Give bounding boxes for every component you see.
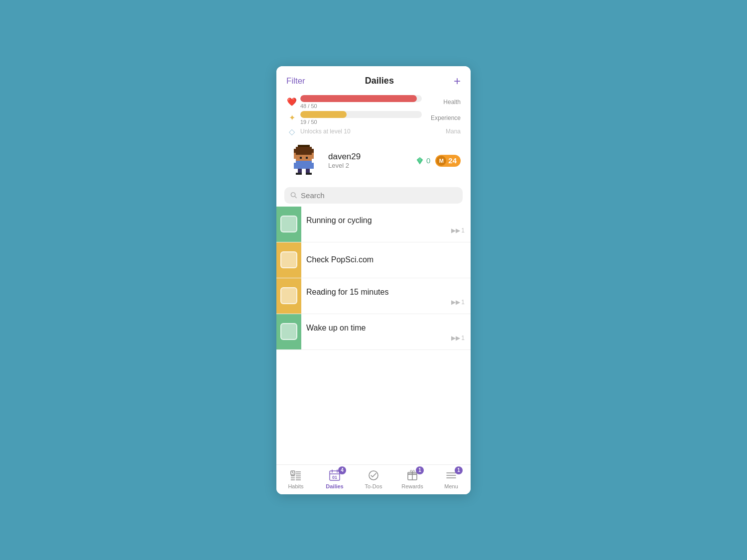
task-content: Wake up on time ▶▶ 1	[301, 314, 471, 349]
dailies-icon-wrap: 01 4	[327, 469, 342, 482]
todos-icon	[367, 469, 380, 481]
experience-label: Experience	[426, 114, 461, 121]
streak-count: 1	[461, 299, 465, 306]
habits-icon	[289, 469, 302, 481]
svg-line-24	[292, 472, 293, 473]
task-title: Wake up on time	[306, 324, 465, 333]
svg-line-19	[295, 196, 296, 198]
nav-item-habits[interactable]: Habits	[276, 469, 315, 489]
task-checkbox[interactable]	[280, 287, 297, 304]
dailies-badge: 4	[338, 466, 346, 474]
streak-count: 1	[461, 227, 465, 234]
habits-nav-label: Habits	[288, 483, 303, 489]
task-title: Reading for 15 minutes	[306, 288, 465, 297]
task-streak: ▶▶ 1	[306, 335, 465, 341]
experience-bar-background	[300, 111, 422, 118]
task-checkbox[interactable]	[280, 216, 297, 232]
streak-arrows: ▶▶	[451, 299, 460, 306]
svg-rect-0	[298, 145, 310, 147]
dailies-nav-label: Dailies	[326, 483, 343, 489]
task-content: Running or cycling ▶▶ 1	[301, 207, 471, 242]
experience-icon: ✦	[286, 113, 297, 122]
task-item[interactable]: Check PopSci.com	[276, 242, 471, 278]
svg-rect-1	[296, 147, 312, 155]
health-numbers: 48 / 50	[300, 103, 422, 109]
health-bar-fill	[300, 95, 417, 102]
menu-nav-label: Menu	[444, 483, 458, 489]
svg-rect-8	[306, 157, 308, 159]
mana-label: Mana	[426, 128, 461, 135]
search-section	[276, 183, 471, 207]
todos-icon-wrap	[366, 469, 381, 482]
task-checkbox[interactable]	[280, 323, 297, 340]
svg-rect-7	[300, 157, 302, 159]
health-icon: ❤️	[286, 97, 297, 107]
page-title: Dailies	[365, 76, 394, 86]
streak-count: 1	[461, 335, 465, 341]
task-content: Reading for 15 minutes ▶▶ 1	[301, 278, 471, 314]
streak-arrows: ▶▶	[451, 227, 460, 234]
svg-text:01: 01	[332, 475, 337, 480]
search-input-wrap[interactable]	[284, 187, 463, 204]
bottom-nav: Habits 01 4 Dailies	[276, 464, 471, 494]
svg-rect-15	[306, 173, 312, 175]
nav-item-dailies[interactable]: 01 4 Dailies	[315, 469, 354, 489]
nav-item-todos[interactable]: To-Dos	[354, 469, 393, 489]
menu-badge: 1	[455, 466, 463, 474]
mana-unlock-text: Unlocks at level 10	[300, 128, 422, 135]
streak-arrows: ▶▶	[451, 335, 460, 341]
svg-rect-10	[294, 163, 296, 169]
menu-icon-wrap: 1	[444, 469, 459, 482]
experience-stat-row: ✦ 19 / 50 Experience	[286, 111, 461, 125]
svg-rect-14	[296, 173, 302, 175]
task-item[interactable]: Reading for 15 minutes ▶▶ 1	[276, 278, 471, 314]
health-bar-background	[300, 95, 422, 102]
task-streak: ▶▶ 1	[306, 299, 465, 306]
task-list: Running or cycling ▶▶ 1 Check PopSci.com	[276, 207, 471, 464]
task-content: Check PopSci.com	[301, 242, 471, 278]
rewards-nav-label: Rewards	[401, 483, 423, 489]
task-item[interactable]: Running or cycling ▶▶ 1	[276, 207, 471, 242]
gem-badge: 0	[415, 156, 430, 165]
task-checkbox[interactable]	[280, 251, 297, 268]
experience-bar-wrap: 19 / 50	[300, 111, 422, 125]
gem-count: 0	[426, 156, 430, 165]
task-color-bar	[276, 278, 301, 314]
nav-item-menu[interactable]: 1 Menu	[432, 469, 471, 489]
rewards-icon-wrap: 1	[405, 469, 420, 482]
header: Filter Dailies +	[276, 66, 471, 92]
rewards-badge: 1	[416, 466, 424, 474]
task-item[interactable]: Wake up on time ▶▶ 1	[276, 314, 471, 350]
experience-bar-fill	[300, 111, 347, 118]
gold-m-icon: M	[436, 156, 446, 166]
stats-section: ❤️ 48 / 50 Health ✦ 19 / 50 Experience ◇	[276, 92, 471, 140]
character-level: Level 2	[328, 162, 415, 169]
mana-icon: ◇	[286, 127, 297, 136]
search-input[interactable]	[301, 191, 457, 200]
search-icon	[290, 192, 297, 199]
task-color-bar	[276, 242, 301, 278]
task-color-bar	[276, 207, 301, 242]
task-title: Check PopSci.com	[306, 255, 465, 264]
character-avatar	[286, 143, 321, 178]
task-color-bar	[276, 314, 301, 349]
character-name: daven29	[328, 152, 415, 162]
mana-row: ◇ Unlocks at level 10 Mana	[286, 127, 461, 136]
phone-container: Filter Dailies + ❤️ 48 / 50 Health ✦ 19 …	[276, 66, 471, 494]
character-info: daven29 Level 2	[328, 152, 415, 169]
health-label: Health	[426, 99, 461, 106]
task-streak: ▶▶ 1	[306, 227, 465, 234]
filter-button[interactable]: Filter	[286, 76, 305, 86]
nav-item-rewards[interactable]: 1 Rewards	[393, 469, 432, 489]
health-bar-wrap: 48 / 50	[300, 95, 422, 109]
pixel-character-svg	[290, 145, 318, 177]
svg-rect-4	[296, 155, 312, 161]
gem-icon	[415, 156, 424, 165]
svg-rect-9	[296, 161, 312, 169]
experience-numbers: 19 / 50	[300, 119, 422, 125]
svg-rect-11	[312, 163, 314, 169]
currency-row: 0 M 24	[415, 155, 461, 167]
svg-rect-6	[312, 153, 314, 159]
task-title: Running or cycling	[306, 216, 465, 225]
add-button[interactable]: +	[454, 75, 461, 87]
